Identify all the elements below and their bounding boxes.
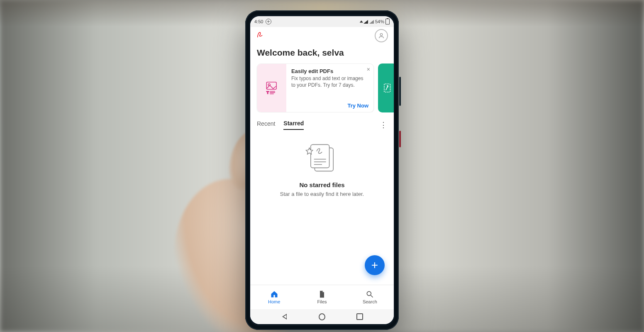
svg-line-14 [371,295,373,298]
svg-text:T: T [266,90,269,95]
promo-subtitle: Fix typos and add text or images to your… [291,75,368,88]
app-header [250,27,394,44]
empty-state-illustration [302,142,342,176]
svg-point-13 [367,291,371,295]
tab-starred[interactable]: Starred [283,120,304,130]
nav-files-label: Files [317,299,327,304]
phone-screen: 4:50 54% [250,16,394,324]
system-recents-button[interactable] [356,313,363,320]
promo-close-icon[interactable]: × [367,66,370,72]
battery-percent: 54% [375,19,384,24]
acrobat-logo-icon [256,31,263,40]
promo-cta-button[interactable]: Try Now [347,103,368,109]
greeting-headline: Welcome back, selva [250,44,394,63]
data-saver-icon [266,19,271,24]
power-button [399,77,401,106]
tabs-row: Recent Starred ⋮ [250,112,394,132]
home-icon [270,290,278,298]
promo-thumbnail: T [257,64,286,112]
nav-files[interactable]: Files [298,290,346,304]
nav-home-label: Home [268,299,280,304]
status-time: 4:50 [254,19,263,24]
fab-add-button[interactable]: + [365,255,385,275]
system-nav-bar [250,309,394,324]
status-bar: 4:50 54% [250,16,394,27]
empty-state-subtitle: Star a file to easily find it here later… [280,191,364,197]
bottom-nav: Home Files Search [250,285,394,309]
promo-card-edit-pdf: T × Easily edit PDFs Fix typos and add t… [257,63,374,112]
promo-title: Easily edit PDFs [291,68,368,74]
system-home-button[interactable] [319,313,325,320]
battery-icon [385,19,390,24]
signal-icon-secondary [369,20,374,24]
promo-card-next-peek[interactable] [378,63,394,112]
nav-home[interactable]: Home [250,290,298,304]
svg-rect-1 [266,82,276,89]
promo-carousel[interactable]: T × Easily edit PDFs Fix typos and add t… [250,63,394,112]
wifi-icon [360,19,362,24]
side-button [399,131,401,147]
svg-point-0 [380,34,382,36]
signal-icon [363,20,368,24]
search-icon [366,290,374,298]
system-back-button[interactable] [281,313,288,320]
nav-search-label: Search [363,299,377,304]
account-avatar[interactable] [375,29,388,42]
phone-frame: 4:50 54% [245,10,399,330]
nav-search[interactable]: Search [346,290,394,304]
files-icon [318,290,326,298]
empty-state-title: No starred files [299,181,344,188]
overflow-menu-icon[interactable]: ⋮ [380,121,387,129]
tab-recent[interactable]: Recent [257,120,275,129]
